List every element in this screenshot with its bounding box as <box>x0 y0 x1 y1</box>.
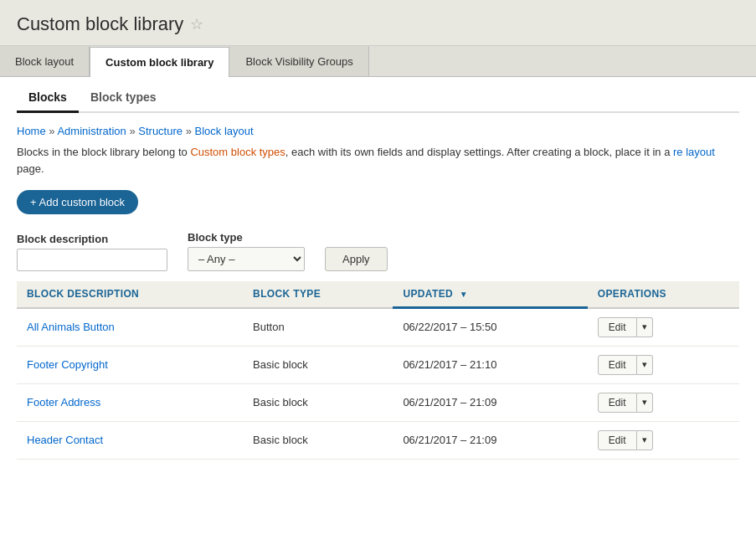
custom-block-types-link[interactable]: Custom block types <box>190 146 285 158</box>
block-description-filter: Block description <box>17 233 167 271</box>
table-row: Footer Address Basic block 06/21/2017 – … <box>17 383 739 421</box>
block-type-label: Block type <box>188 231 305 244</box>
row-operations: Edit ▾ <box>588 346 739 383</box>
table-row: All Animals Button Button 06/22/2017 – 1… <box>17 308 739 347</box>
page-title-text: Custom block library <box>17 13 183 35</box>
block-description-input[interactable] <box>17 249 167 271</box>
tab-block-visibility-groups[interactable]: Block Visibility Groups <box>229 46 368 76</box>
row-operations: Edit ▾ <box>588 421 739 459</box>
row-description: Footer Copyright <box>17 346 243 383</box>
edit-dropdown-button[interactable]: ▾ <box>637 430 653 450</box>
row-block-type: Button <box>243 308 393 347</box>
breadcrumb-home[interactable]: Home <box>17 125 46 137</box>
sub-tabs: Blocks Block types <box>17 84 739 113</box>
re-layout-link[interactable]: re layout <box>673 146 715 158</box>
filter-row: Block description Block type – Any – Bas… <box>17 231 739 271</box>
content-area: Blocks Block types Home » Administration… <box>0 84 756 460</box>
favorite-icon[interactable]: ☆ <box>190 15 203 33</box>
apply-filter-group: Apply <box>325 247 388 271</box>
row-updated: 06/21/2017 – 21:10 <box>393 346 587 383</box>
block-description-link[interactable]: All Animals Button <box>27 321 115 333</box>
edit-button[interactable]: Edit <box>598 430 637 450</box>
tab-block-layout[interactable]: Block layout <box>0 46 90 76</box>
block-description-link[interactable]: Footer Address <box>27 396 100 409</box>
edit-button[interactable]: Edit <box>598 317 637 337</box>
apply-button[interactable]: Apply <box>325 247 388 271</box>
breadcrumb-structure[interactable]: Structure <box>138 125 183 137</box>
sub-tab-block-types[interactable]: Block types <box>79 84 168 113</box>
table-header-row: BLOCK DESCRIPTION BLOCK TYPE UPDATED ▼ O… <box>17 281 739 308</box>
row-updated: 06/22/2017 – 15:50 <box>393 308 587 347</box>
col-operations: OPERATIONS <box>588 281 739 308</box>
edit-button[interactable]: Edit <box>598 355 637 375</box>
block-type-filter: Block type – Any – Basic block Button <box>188 231 305 271</box>
row-description: Header Contact <box>17 421 243 459</box>
breadcrumb-block-layout[interactable]: Block layout <box>195 125 254 137</box>
row-block-type: Basic block <box>243 346 393 383</box>
edit-button[interactable]: Edit <box>598 393 637 413</box>
add-custom-block-button[interactable]: + Add custom block <box>17 190 138 214</box>
row-block-type: Basic block <box>243 421 393 459</box>
tab-custom-block-library[interactable]: Custom block library <box>90 47 229 77</box>
row-block-type: Basic block <box>243 383 393 421</box>
block-description-label: Block description <box>17 233 167 245</box>
row-operations: Edit ▾ <box>588 383 739 421</box>
page-header: Custom block library ☆ <box>0 0 756 46</box>
row-updated: 06/21/2017 – 21:09 <box>393 421 587 459</box>
table-row: Header Contact Basic block 06/21/2017 – … <box>17 421 739 459</box>
col-block-description: BLOCK DESCRIPTION <box>17 281 243 308</box>
table-row: Footer Copyright Basic block 06/21/2017 … <box>17 346 739 383</box>
row-description: All Animals Button <box>17 308 243 347</box>
edit-dropdown-button[interactable]: ▾ <box>637 393 653 413</box>
row-updated: 06/21/2017 – 21:09 <box>393 383 587 421</box>
block-description-link[interactable]: Footer Copyright <box>27 358 108 371</box>
breadcrumb-administration[interactable]: Administration <box>57 125 126 137</box>
blocks-table: BLOCK DESCRIPTION BLOCK TYPE UPDATED ▼ O… <box>17 281 739 460</box>
description-text: Blocks in the block library belong to Cu… <box>17 144 739 177</box>
edit-dropdown-button[interactable]: ▾ <box>637 317 653 337</box>
page-title: Custom block library ☆ <box>17 13 739 35</box>
block-type-select[interactable]: – Any – Basic block Button <box>188 247 305 271</box>
col-block-type: BLOCK TYPE <box>243 281 393 308</box>
breadcrumb: Home » Administration » Structure » Bloc… <box>17 125 739 137</box>
edit-dropdown-button[interactable]: ▾ <box>637 355 653 375</box>
sub-tab-blocks[interactable]: Blocks <box>17 84 79 113</box>
main-tabs-nav: Block layout Custom block library Block … <box>0 46 756 77</box>
col-updated[interactable]: UPDATED ▼ <box>393 281 587 308</box>
row-description: Footer Address <box>17 383 243 421</box>
row-operations: Edit ▾ <box>588 308 739 347</box>
block-description-link[interactable]: Header Contact <box>27 434 103 446</box>
sort-icon: ▼ <box>460 290 468 299</box>
